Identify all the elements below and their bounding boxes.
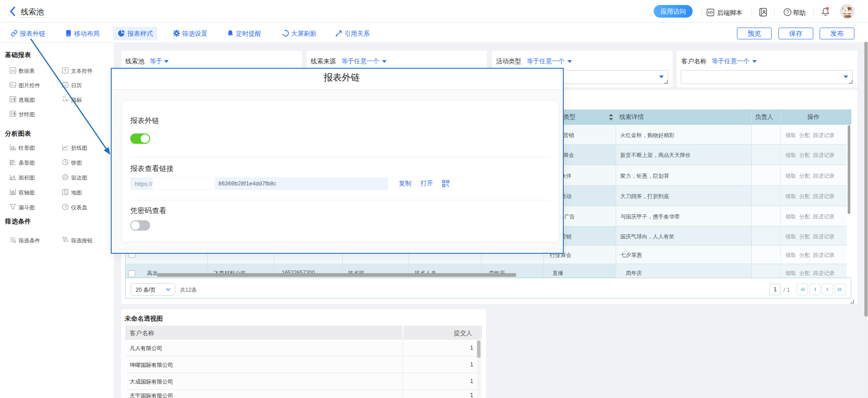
svg-text:招财: 招财 bbox=[844, 14, 850, 19]
svg-text:?: ? bbox=[786, 9, 789, 15]
svg-text:4,80: 4,80 bbox=[62, 98, 69, 102]
